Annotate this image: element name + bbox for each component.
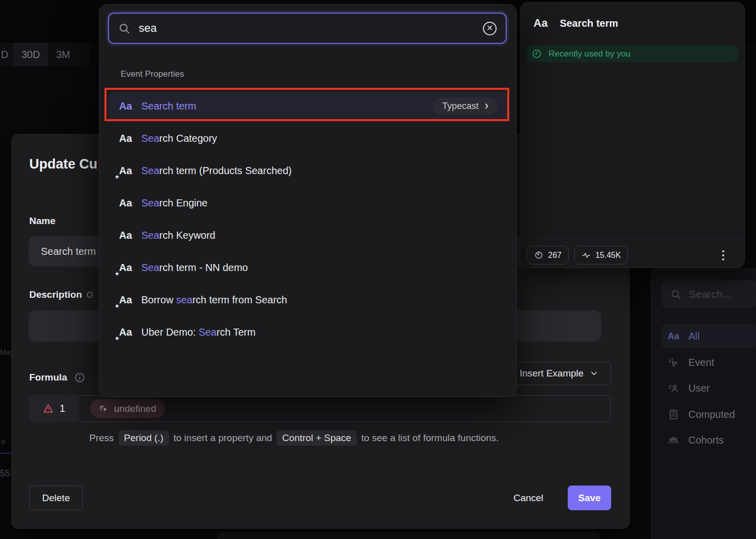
chevron-down-icon xyxy=(589,369,599,378)
kbd-period: Period (.) xyxy=(119,430,169,446)
chart-axis-fragment-e: e xyxy=(1,437,6,446)
detail-header: Aa Search term xyxy=(533,17,618,30)
text-type-icon: Aa ★ xyxy=(119,327,136,338)
text-type-icon: Aa ★ xyxy=(119,197,136,209)
formula-label: Formula xyxy=(29,372,85,383)
property-detail-panel: Aa Search term Recently used by you 267 … xyxy=(520,2,745,268)
modal-title: Update Cu xyxy=(29,156,97,172)
info-icon[interactable] xyxy=(74,372,85,383)
text-type-icon: Aa ★ xyxy=(119,133,136,144)
formula-property-icon xyxy=(99,404,109,414)
cohorts-icon xyxy=(668,435,679,446)
property-name: Search Category xyxy=(141,133,217,144)
text-type-icon: Aa ★ xyxy=(119,165,136,177)
formula-undefined-chip[interactable]: undefined xyxy=(90,399,165,418)
text-type-icon: Aa ★ xyxy=(119,262,136,274)
property-result-row[interactable]: Aa ★ Search Keyword › xyxy=(108,222,509,249)
delete-button[interactable]: Delete xyxy=(29,486,83,510)
custom-property-star-icon: ★ xyxy=(115,271,120,277)
property-result-row[interactable]: Aa ★ Search Category › xyxy=(108,125,509,152)
search-input[interactable] xyxy=(139,22,475,35)
formula-input[interactable]: undefined xyxy=(79,395,611,422)
property-result-row[interactable]: Aa ★ Search Engine › xyxy=(108,189,509,217)
clock-icon xyxy=(531,48,542,59)
text-type-icon: Aa ★ xyxy=(119,294,136,306)
save-button[interactable]: Save xyxy=(568,486,611,510)
property-result-row[interactable]: Aa ★ Search term Typecast › xyxy=(108,92,509,120)
formula-hint: Press Period (.) to insert a property an… xyxy=(89,430,499,446)
property-name: Search term (Products Searched) xyxy=(141,165,292,177)
distinct-values-pill[interactable]: 267 xyxy=(527,246,569,264)
custom-property-star-icon: ★ xyxy=(115,335,120,342)
volume-pill[interactable]: 15.45K xyxy=(574,246,628,264)
calculator-icon xyxy=(668,409,679,420)
time-segment-30d[interactable]: 30D xyxy=(13,43,48,66)
time-segment-3m[interactable]: 3M xyxy=(48,43,78,66)
cancel-button[interactable]: Cancel xyxy=(504,488,553,509)
pie-chart-icon xyxy=(534,250,544,260)
time-segment-7d[interactable]: D xyxy=(0,43,13,66)
user-icon xyxy=(668,383,679,394)
detail-title: Search term xyxy=(560,18,618,29)
chart-line-fragment xyxy=(0,453,11,454)
warning-icon xyxy=(43,403,53,414)
property-name: Search term xyxy=(141,100,196,112)
property-name: Uber Demo: Search Term xyxy=(141,327,255,338)
property-name: Borrow search term from Search xyxy=(141,294,287,306)
sidebar-item-event[interactable]: Event xyxy=(662,350,756,374)
name-field-value: Search term xyxy=(41,246,96,257)
description-label: DescriptionO xyxy=(29,289,93,300)
sidebar-search-input[interactable]: Search... xyxy=(662,280,756,308)
time-range-segments: D 30D 3M xyxy=(0,43,91,66)
optional-hint: O xyxy=(87,291,93,299)
search-icon xyxy=(118,22,131,35)
sidebar-item-user[interactable]: User xyxy=(662,376,756,400)
event-icon xyxy=(668,357,679,368)
divider xyxy=(520,238,744,238)
sidebar-item-all[interactable]: Aa All xyxy=(662,324,756,348)
screen: D 30D 3M May e 55 Update Cu Name Search … xyxy=(0,0,756,539)
typecast-button[interactable]: Typecast › xyxy=(433,97,498,115)
text-type-icon: Aa ★ xyxy=(119,230,136,241)
sidebar-search-placeholder: Search... xyxy=(689,288,731,300)
recently-used-badge: Recently used by you xyxy=(527,45,738,62)
property-name: Search term - NN demo xyxy=(141,262,248,274)
search-icon xyxy=(670,289,682,300)
formula-error-count: 1 xyxy=(29,395,79,422)
name-label: Name xyxy=(29,215,56,227)
property-result-row[interactable]: Aa ★ Borrow search term from Search › xyxy=(108,286,509,313)
property-name: Search Engine xyxy=(141,197,207,209)
sidebar-item-cohorts[interactable]: Cohorts xyxy=(662,428,756,452)
property-name: Search Keyword xyxy=(141,230,215,241)
detail-stats: 267 15.45K xyxy=(527,246,628,264)
text-type-icon: Aa ★ xyxy=(119,100,136,112)
section-header: Event Properties xyxy=(121,69,184,79)
formula-editor-row: 1 undefined xyxy=(29,395,611,422)
custom-property-star-icon: ★ xyxy=(115,174,120,180)
property-result-row[interactable]: Aa ★ Search term (Products Searched) › xyxy=(108,157,509,184)
sidebar-item-computed[interactable]: Computed xyxy=(662,402,756,426)
insert-example-button[interactable]: Insert Example xyxy=(507,362,611,385)
custom-property-star-icon: ★ xyxy=(115,303,120,309)
clear-search-icon[interactable]: ✕ xyxy=(483,22,497,35)
property-result-row[interactable]: Aa ★ Search term - NN demo › xyxy=(108,254,509,281)
text-type-icon: Aa xyxy=(533,17,548,30)
chevron-right-icon: › xyxy=(484,100,489,112)
text-type-icon: Aa xyxy=(668,331,679,342)
property-filter-sidebar: Search... Aa All Event User xyxy=(651,268,756,539)
kebab-menu-icon[interactable] xyxy=(717,249,729,261)
chart-axis-fragment-55: 55 xyxy=(0,468,10,479)
property-result-row[interactable]: Aa ★ Uber Demo: Search Term › xyxy=(108,318,509,346)
kbd-control-space: Control + Space xyxy=(277,430,357,446)
pulse-icon xyxy=(581,250,591,260)
property-search-dropdown: ✕ Event Properties Aa ★ Search term Type… xyxy=(99,4,517,397)
background-panel-edge xyxy=(217,532,600,539)
property-results-list: Aa ★ Search term Typecast › Aa ★ Search xyxy=(108,92,509,351)
search-box: ✕ xyxy=(108,13,507,44)
